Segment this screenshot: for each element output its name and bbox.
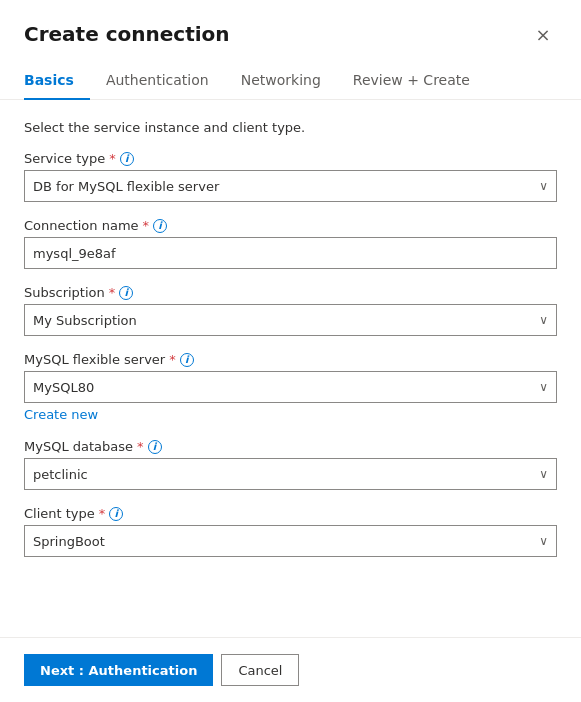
next-authentication-button[interactable]: Next : Authentication (24, 654, 213, 686)
connection-name-info-icon[interactable]: i (153, 219, 167, 233)
subscription-field: Subscription * i My Subscription ∨ (24, 285, 557, 336)
mysql-server-info-icon[interactable]: i (180, 353, 194, 367)
client-type-info-icon[interactable]: i (109, 507, 123, 521)
service-type-info-icon[interactable]: i (120, 152, 134, 166)
tabs-container: Basics Authentication Networking Review … (0, 48, 581, 100)
dialog-title: Create connection (24, 22, 230, 46)
close-button[interactable]: × (529, 20, 557, 48)
mysql-database-field: MySQL database * i petclinic ∨ (24, 439, 557, 490)
subscription-value: My Subscription (33, 313, 137, 328)
subscription-label: Subscription * i (24, 285, 557, 300)
mysql-database-chevron: ∨ (539, 467, 548, 481)
mysql-database-dropdown[interactable]: petclinic ∨ (24, 458, 557, 490)
dialog-body: Select the service instance and client t… (0, 100, 581, 637)
subscription-dropdown[interactable]: My Subscription ∨ (24, 304, 557, 336)
client-type-chevron: ∨ (539, 534, 548, 548)
cancel-button[interactable]: Cancel (221, 654, 299, 686)
service-type-field: Service type * i DB for MySQL flexible s… (24, 151, 557, 202)
create-connection-dialog: Create connection × Basics Authenticatio… (0, 0, 581, 702)
client-type-label: Client type * i (24, 506, 557, 521)
subscription-chevron: ∨ (539, 313, 548, 327)
tab-review-create[interactable]: Review + Create (353, 64, 486, 100)
mysql-server-value: MySQL80 (33, 380, 94, 395)
mysql-server-chevron: ∨ (539, 380, 548, 394)
mysql-database-value: petclinic (33, 467, 88, 482)
service-type-chevron: ∨ (539, 179, 548, 193)
tab-authentication[interactable]: Authentication (106, 64, 225, 100)
dialog-header: Create connection × (0, 0, 581, 48)
section-description: Select the service instance and client t… (24, 120, 557, 135)
mysql-server-dropdown[interactable]: MySQL80 ∨ (24, 371, 557, 403)
dialog-footer: Next : Authentication Cancel (0, 637, 581, 702)
tab-networking[interactable]: Networking (241, 64, 337, 100)
create-new-link[interactable]: Create new (24, 407, 98, 422)
service-type-dropdown[interactable]: DB for MySQL flexible server ∨ (24, 170, 557, 202)
service-type-required: * (109, 151, 116, 166)
service-type-label: Service type * i (24, 151, 557, 166)
subscription-required: * (109, 285, 116, 300)
subscription-info-icon[interactable]: i (119, 286, 133, 300)
client-type-dropdown[interactable]: SpringBoot ∨ (24, 525, 557, 557)
client-type-field: Client type * i SpringBoot ∨ (24, 506, 557, 557)
mysql-server-label: MySQL flexible server * i (24, 352, 557, 367)
mysql-database-label: MySQL database * i (24, 439, 557, 454)
connection-name-input[interactable] (24, 237, 557, 269)
connection-name-required: * (143, 218, 150, 233)
mysql-database-info-icon[interactable]: i (148, 440, 162, 454)
connection-name-field: Connection name * i (24, 218, 557, 269)
mysql-server-field: MySQL flexible server * i MySQL80 ∨ Crea… (24, 352, 557, 423)
connection-name-label: Connection name * i (24, 218, 557, 233)
service-type-value: DB for MySQL flexible server (33, 179, 219, 194)
client-type-value: SpringBoot (33, 534, 105, 549)
client-type-required: * (99, 506, 106, 521)
mysql-database-required: * (137, 439, 144, 454)
mysql-server-required: * (169, 352, 176, 367)
tab-basics[interactable]: Basics (24, 64, 90, 100)
